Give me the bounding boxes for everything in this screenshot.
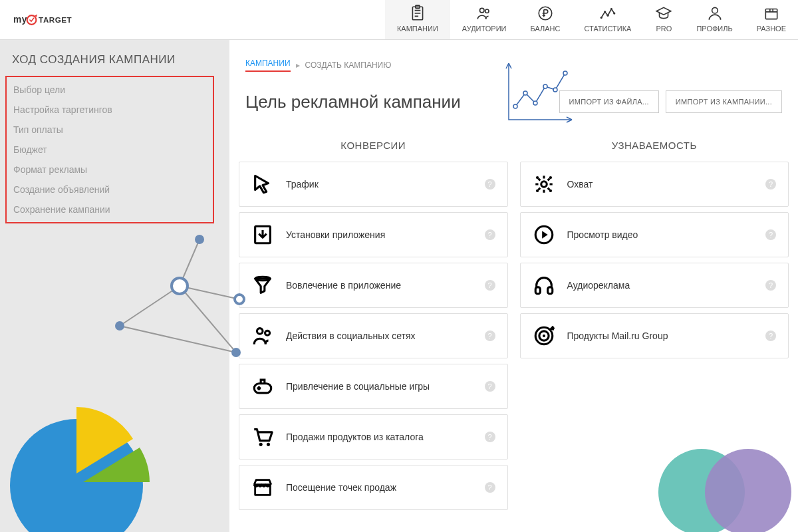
nav-label: ПРОФИЛЬ (696, 25, 732, 33)
nav-campaigns[interactable]: КАМПАНИИ (385, 0, 450, 39)
cursor-icon (251, 173, 274, 196)
goal-social-games[interactable]: Привлечение в социальные игры ? (239, 364, 508, 409)
nav-label: PRO (656, 25, 672, 33)
help-icon[interactable]: ? (485, 482, 495, 493)
svg-point-25 (535, 190, 538, 192)
cart-icon (251, 426, 274, 448)
svg-point-13 (712, 7, 718, 13)
goal-catalog-sales[interactable]: Продажи продуктов из каталога ? (239, 414, 508, 460)
svg-point-22 (541, 182, 547, 188)
nav-label: КАМПАНИИ (397, 25, 438, 33)
goal-traffic[interactable]: Трафик ? (239, 162, 508, 207)
import-campaign-button[interactable]: ИМПОРТ ИЗ КАМПАНИИ... (666, 90, 782, 113)
chevron-right-icon: ▸ (296, 61, 300, 70)
sidebar: ХОД СОЗДАНИЯ КАМПАНИИ Выбор цели Настрой… (0, 40, 219, 237)
ruble-icon (537, 5, 554, 22)
main-panel: КАМПАНИИ ▸ СОЗДАТЬ КАМПАНИЮ Цель рекламн… (229, 40, 798, 532)
goal-label: Продукты Mail.ru Group (567, 331, 754, 341)
help-icon[interactable]: ? (485, 331, 495, 341)
goal-label: Привлечение в социальные игры (286, 381, 473, 392)
svg-point-11 (610, 8, 612, 10)
svg-rect-19 (254, 384, 271, 393)
svg-point-12 (613, 12, 615, 14)
goal-app-engagement[interactable]: Вовлечение в приложение ? (239, 263, 508, 308)
nav-label: БАЛАНС (530, 25, 560, 33)
help-icon[interactable]: ? (485, 432, 495, 442)
nav-label: АУДИТОРИИ (462, 25, 507, 33)
nav-misc[interactable]: РАЗНОЕ (745, 0, 798, 39)
breadcrumb-link[interactable]: КАМПАНИИ (245, 59, 291, 72)
goal-app-installs[interactable]: Установки приложения ? (239, 212, 508, 257)
sidebar-item-ads[interactable]: Создание объявлений (7, 180, 213, 200)
nav-profile[interactable]: ПРОФИЛЬ (684, 0, 744, 39)
goal-mailru[interactable]: Продукты Mail.ru Group ? (520, 313, 789, 358)
svg-point-1 (27, 15, 37, 25)
help-icon[interactable]: ? (485, 179, 495, 190)
headphones-icon (533, 274, 555, 297)
nav-audiences[interactable]: АУДИТОРИИ (450, 0, 519, 39)
svg-point-6 (485, 9, 489, 13)
awareness-column: УЗНАВАЕМОСТЬ Охват ? Просмотр видео ? Ау… (520, 129, 789, 515)
sidebar-item-format[interactable]: Формат рекламы (7, 160, 213, 180)
nav-label: РАЗНОЕ (757, 25, 786, 33)
graduation-icon (655, 5, 672, 22)
nav-stats[interactable]: СТАТИСТИКА (572, 0, 643, 39)
svg-point-18 (265, 331, 270, 335)
goal-label: Трафик (286, 179, 473, 190)
goal-label: Просмотр видео (567, 229, 754, 240)
conversions-title: КОНВЕРСИИ (239, 129, 508, 162)
help-icon[interactable]: ? (765, 280, 776, 291)
header: my TARGET КАМПАНИИ АУДИТОРИИ БАЛАНС СТАТ… (0, 0, 798, 40)
nav-balance[interactable]: БАЛАНС (518, 0, 572, 39)
help-icon[interactable]: ? (485, 280, 495, 291)
breadcrumb: КАМПАНИИ ▸ СОЗДАТЬ КАМПАНИЮ (229, 40, 798, 77)
goal-label: Аудиореклама (567, 280, 754, 291)
sidebar-item-goal[interactable]: Выбор цели (7, 80, 213, 100)
goal-video[interactable]: Просмотр видео ? (520, 212, 789, 257)
document-icon (409, 5, 426, 22)
sidebar-item-save[interactable]: Сохранение кампании (7, 200, 213, 219)
sidebar-item-targeting[interactable]: Настройка таргетингов (7, 100, 213, 120)
goal-social-actions[interactable]: Действия в социальных сетях ? (239, 313, 508, 358)
svg-point-26 (549, 190, 551, 192)
sidebar-item-budget[interactable]: Бюджет (7, 140, 213, 160)
nav-label: СТАТИСТИКА (584, 25, 631, 33)
page-title: Цель рекламной кампании (245, 92, 461, 112)
svg-point-24 (549, 176, 551, 179)
svg-point-49 (10, 419, 143, 532)
logo[interactable]: my TARGET (0, 11, 88, 29)
sidebar-item-payment[interactable]: Тип оплаты (7, 120, 213, 140)
goal-reach[interactable]: Охват ? (520, 162, 789, 207)
nav-pro[interactable]: PRO (643, 0, 684, 39)
svg-point-20 (259, 443, 263, 446)
svg-rect-29 (547, 287, 552, 294)
goal-label: Посещение точек продаж (286, 482, 473, 493)
svg-point-32 (542, 334, 545, 337)
target-icon (533, 325, 555, 347)
svg-point-46 (115, 321, 124, 331)
reach-icon (533, 173, 555, 196)
play-icon (533, 223, 555, 246)
goal-columns: КОНВЕРСИИ Трафик ? Установки приложения … (229, 129, 798, 515)
download-icon (251, 223, 274, 246)
svg-line-41 (180, 286, 236, 352)
help-icon[interactable]: ? (765, 179, 776, 190)
svg-line-42 (120, 326, 236, 352)
help-icon[interactable]: ? (485, 229, 495, 240)
goal-label: Вовлечение в приложение (286, 280, 473, 291)
svg-line-40 (120, 286, 180, 326)
help-icon[interactable]: ? (485, 381, 495, 392)
svg-line-39 (180, 239, 200, 286)
awareness-title: УЗНАВАЕМОСТЬ (520, 129, 789, 162)
help-icon[interactable]: ? (765, 331, 776, 341)
import-file-button[interactable]: ИМПОРТ ИЗ ФАЙЛА... (559, 90, 659, 113)
svg-rect-14 (765, 9, 777, 19)
conversions-column: КОНВЕРСИИ Трафик ? Установки приложения … (239, 129, 508, 515)
goal-audio[interactable]: Аудиореклама ? (520, 263, 789, 308)
goal-store-visits[interactable]: Посещение точек продаж ? (239, 465, 508, 510)
page-title-row: Цель рекламной кампании ИМПОРТ ИЗ ФАЙЛА.… (229, 77, 798, 129)
help-icon[interactable]: ? (765, 229, 776, 240)
svg-rect-28 (535, 287, 540, 294)
funnel-icon (251, 274, 274, 297)
breadcrumb-current: СОЗДАТЬ КАМПАНИЮ (305, 61, 392, 70)
